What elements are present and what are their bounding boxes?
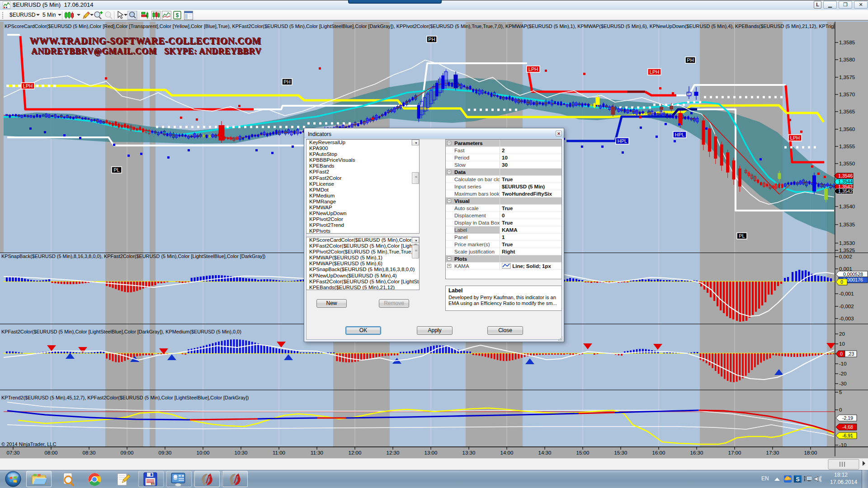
svg-text:PH: PH xyxy=(283,79,290,84)
svg-text:-20: -20 xyxy=(839,371,847,376)
svg-text:1,3565: 1,3565 xyxy=(839,109,855,114)
svg-text:LPH: LPH xyxy=(528,66,538,72)
svg-text:5: 5 xyxy=(839,389,842,395)
svg-text:12:00: 12:00 xyxy=(349,450,362,455)
svg-text:1,3544: 1,3544 xyxy=(838,179,853,184)
svg-text:1,3575: 1,3575 xyxy=(839,75,855,80)
svg-text:1,3585: 1,3585 xyxy=(839,40,855,45)
svg-text:PH: PH xyxy=(428,37,435,42)
svg-text:LPH: LPH xyxy=(790,135,800,141)
svg-text:07:30: 07:30 xyxy=(7,450,20,455)
svg-text:1,3540: 1,3540 xyxy=(839,204,855,209)
svg-text:-0,001: -0,001 xyxy=(839,291,854,296)
svg-text:1,3530: 1,3530 xyxy=(839,240,855,246)
svg-text:-2,19: -2,19 xyxy=(842,415,853,421)
svg-text:KPSnapBack($EURUSD (5 Min),8: KPSnapBack($EURUSD (5 Min),8,16,3,8,0,0)… xyxy=(1,253,265,259)
svg-text:15:30: 15:30 xyxy=(614,450,627,455)
svg-text:1,3555: 1,3555 xyxy=(839,144,855,149)
svg-text:11:30: 11:30 xyxy=(311,450,323,455)
svg-text:09:00: 09:00 xyxy=(121,450,134,455)
svg-text:0,002: 0,002 xyxy=(839,254,852,259)
svg-text:KPTrend2($EURUSD (5 Min),45,1: KPTrend2($EURUSD (5 Min),45,12,7), KPFas… xyxy=(1,395,249,400)
svg-text:16:30: 16:30 xyxy=(690,450,703,455)
svg-text:-0,003: -0,003 xyxy=(839,316,854,321)
svg-text:PL: PL xyxy=(739,233,745,239)
svg-text:15:00: 15:00 xyxy=(576,450,590,455)
svg-text:14:00: 14:00 xyxy=(500,450,514,455)
svg-text:$: $ xyxy=(176,12,179,19)
svg-text:KPFast2Color($EURUSD (5 Min): KPFast2Color($EURUSD (5 Min),Color [Ligh… xyxy=(1,329,241,334)
svg-text:-10: -10 xyxy=(839,361,847,366)
svg-text:-4,68: -4,68 xyxy=(842,424,853,430)
svg-text:0: 0 xyxy=(840,280,843,285)
svg-text:PL: PL xyxy=(113,167,119,173)
svg-text:-30: -30 xyxy=(839,381,847,386)
svg-text:© 2014 NinjaTrader, LLC: © 2014 NinjaTrader, LLC xyxy=(1,441,56,447)
svg-text:13:00: 13:00 xyxy=(425,450,438,455)
svg-text:1,3546: 1,3546 xyxy=(838,173,853,178)
svg-text:17:00: 17:00 xyxy=(728,450,741,455)
svg-text:12:30: 12:30 xyxy=(387,450,400,455)
svg-text:,23: ,23 xyxy=(848,351,854,357)
svg-text:KPScoreCardColor($EURUSD (5: KPScoreCardColor($EURUSD (5 Min),Color [… xyxy=(5,23,834,29)
svg-text:11:00: 11:00 xyxy=(273,450,285,455)
svg-text:0,001: 0,001 xyxy=(839,266,852,272)
svg-text:LPH: LPH xyxy=(23,83,33,89)
svg-text:10:00: 10:00 xyxy=(197,450,210,455)
svg-text:13:30: 13:30 xyxy=(462,450,476,455)
svg-text:1,3560: 1,3560 xyxy=(839,127,855,132)
svg-text:0: 0 xyxy=(839,407,842,413)
svg-text:14:30: 14:30 xyxy=(538,450,552,455)
svg-text:09:30: 09:30 xyxy=(159,450,172,455)
svg-text:-6,91: -6,91 xyxy=(842,433,853,438)
svg-text:1,3580: 1,3580 xyxy=(839,57,855,62)
svg-text:08:30: 08:30 xyxy=(83,450,96,455)
svg-text:LPH: LPH xyxy=(650,69,659,75)
svg-text:64: 64 xyxy=(151,482,155,485)
svg-text:20: 20 xyxy=(839,331,845,337)
svg-text:1,3542: 1,3542 xyxy=(838,188,853,194)
svg-text:17:30: 17:30 xyxy=(766,450,779,455)
svg-text:18:00: 18:00 xyxy=(804,450,817,455)
svg-text:0: 0 xyxy=(840,352,843,357)
svg-text:-0,002: -0,002 xyxy=(839,304,854,309)
svg-text:1,3550: 1,3550 xyxy=(839,161,855,166)
svg-text:S: S xyxy=(796,476,799,483)
svg-text:10: 10 xyxy=(839,341,845,347)
svg-text:10:30: 10:30 xyxy=(235,450,248,455)
svg-text:1,3570: 1,3570 xyxy=(839,92,855,97)
svg-text:1,3525: 1,3525 xyxy=(839,248,855,253)
svg-text:HPL: HPL xyxy=(675,132,684,137)
svg-text:HPL: HPL xyxy=(618,138,627,144)
svg-text:16:00: 16:00 xyxy=(652,450,665,455)
svg-text:08:00: 08:00 xyxy=(45,450,58,455)
svg-text:PH: PH xyxy=(687,57,693,63)
svg-text:0,000528: 0,000528 xyxy=(843,272,863,277)
svg-text:1,3535: 1,3535 xyxy=(839,222,855,227)
